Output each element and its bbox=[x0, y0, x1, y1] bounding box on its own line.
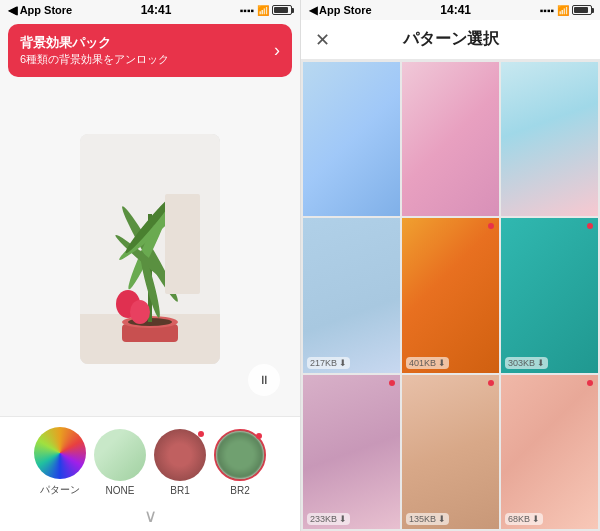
pattern-cell-6[interactable]: 303KB ⬇ bbox=[501, 218, 598, 372]
promo-subtitle: 6種類の背景効果をアンロック bbox=[20, 52, 169, 67]
cell-6-size: 303KB bbox=[508, 358, 535, 368]
left-status-app-store[interactable]: ◀ ◀ App Store bbox=[8, 4, 72, 17]
br2-thumb-circle[interactable] bbox=[214, 429, 266, 481]
close-button[interactable]: ✕ bbox=[315, 31, 330, 49]
download-icon-5: ⬇ bbox=[438, 358, 446, 368]
cell-8-size: 135KB bbox=[409, 514, 436, 524]
right-back-arrow: ◀ bbox=[309, 4, 317, 17]
pattern-thumb-label: パターン bbox=[40, 483, 80, 497]
right-signal-icon: ▪▪▪▪ bbox=[540, 5, 554, 16]
pattern-grid: 217KB ⬇ 401KB ⬇ 303KB ⬇ 233KB bbox=[301, 60, 600, 531]
right-wifi-icon: 📶 bbox=[557, 5, 569, 16]
pattern-cell-5-badge: 401KB ⬇ bbox=[406, 357, 449, 369]
cell-9-size: 68KB bbox=[508, 514, 530, 524]
pattern-cell-8[interactable]: 135KB ⬇ bbox=[402, 375, 499, 529]
chevron-down-icon[interactable]: ∨ bbox=[144, 505, 157, 527]
pattern-cell-9[interactable]: 68KB ⬇ bbox=[501, 375, 598, 529]
promo-arrow-icon[interactable]: › bbox=[274, 40, 280, 61]
bottom-controls: パターン NONE BR1 bbox=[0, 416, 300, 531]
right-panel: ◀ App Store 14:41 ▪▪▪▪ 📶 ✕ パターン選択 bbox=[300, 0, 600, 531]
download-icon-6: ⬇ bbox=[537, 358, 545, 368]
pattern-cell-3[interactable] bbox=[501, 62, 598, 216]
pattern-cell-7-badge: 233KB ⬇ bbox=[307, 513, 350, 525]
pattern-thumb-circle[interactable] bbox=[34, 427, 86, 479]
promo-text-block: 背景効果パック 6種類の背景効果をアンロック bbox=[20, 34, 169, 67]
pattern-thumb-item[interactable]: パターン bbox=[34, 427, 86, 497]
br2-red-dot bbox=[256, 433, 262, 439]
pattern-header: ✕ パターン選択 bbox=[301, 20, 600, 60]
pattern-cell-4[interactable]: 217KB ⬇ bbox=[303, 218, 400, 372]
br2-thumb-label: BR2 bbox=[230, 485, 249, 496]
br1-red-dot bbox=[198, 431, 204, 437]
pause-button[interactable]: ⏸ bbox=[248, 364, 280, 396]
svg-point-14 bbox=[130, 300, 150, 324]
none-thumb-label: NONE bbox=[106, 485, 135, 496]
right-battery-icon bbox=[572, 5, 592, 15]
download-icon-9: ⬇ bbox=[532, 514, 540, 524]
pattern-cell-2[interactable] bbox=[402, 62, 499, 216]
left-status-icons: ▪▪▪▪ 📶 bbox=[240, 5, 292, 16]
right-time: 14:41 bbox=[440, 3, 471, 17]
wifi-icon: 📶 bbox=[257, 5, 269, 16]
right-status-app-store[interactable]: ◀ App Store bbox=[309, 4, 372, 17]
pattern-cell-1[interactable] bbox=[303, 62, 400, 216]
pattern-cell-6-badge: 303KB ⬇ bbox=[505, 357, 548, 369]
cell-4-size: 217KB bbox=[310, 358, 337, 368]
left-app-store-label[interactable]: ◀ App Store bbox=[9, 4, 72, 17]
left-panel: ◀ ◀ App Store 14:41 ▪▪▪▪ 📶 背景効果パック 6種類の背… bbox=[0, 0, 300, 531]
download-icon-8: ⬇ bbox=[438, 514, 446, 524]
thumbnail-row: パターン NONE BR1 bbox=[22, 427, 278, 497]
svg-rect-15 bbox=[165, 194, 200, 294]
pattern-cell-8-badge: 135KB ⬇ bbox=[406, 513, 449, 525]
signal-bars-icon: ▪▪▪▪ bbox=[240, 5, 254, 16]
cell-7-size: 233KB bbox=[310, 514, 337, 524]
main-image-area: ⏸ bbox=[0, 81, 300, 416]
none-thumb-item[interactable]: NONE bbox=[94, 429, 146, 496]
br2-thumb-item[interactable]: BR2 bbox=[214, 429, 266, 496]
pattern-cell-7[interactable]: 233KB ⬇ bbox=[303, 375, 400, 529]
right-status-icons: ▪▪▪▪ 📶 bbox=[540, 5, 592, 16]
none-thumb-circle[interactable] bbox=[94, 429, 146, 481]
br1-thumb-label: BR1 bbox=[170, 485, 189, 496]
right-status-bar: ◀ App Store 14:41 ▪▪▪▪ 📶 bbox=[301, 0, 600, 20]
pattern-cell-4-badge: 217KB ⬇ bbox=[307, 357, 350, 369]
br1-thumb-item[interactable]: BR1 bbox=[154, 429, 206, 496]
left-status-bar: ◀ ◀ App Store 14:41 ▪▪▪▪ 📶 bbox=[0, 0, 300, 20]
cell-7-red-dot bbox=[389, 380, 395, 386]
right-app-store-label[interactable]: App Store bbox=[319, 4, 372, 16]
battery-icon bbox=[272, 5, 292, 15]
br1-thumb-circle[interactable] bbox=[154, 429, 206, 481]
promo-banner[interactable]: 背景効果パック 6種類の背景効果をアンロック › bbox=[8, 24, 292, 77]
plant-image bbox=[80, 134, 220, 364]
pattern-cell-5[interactable]: 401KB ⬇ bbox=[402, 218, 499, 372]
pattern-cell-9-badge: 68KB ⬇ bbox=[505, 513, 543, 525]
cell-5-size: 401KB bbox=[409, 358, 436, 368]
promo-title: 背景効果パック bbox=[20, 34, 169, 52]
plant-illustration bbox=[80, 134, 220, 364]
pause-icon: ⏸ bbox=[258, 373, 270, 387]
cell-8-red-dot bbox=[488, 380, 494, 386]
cell-9-red-dot bbox=[587, 380, 593, 386]
download-icon-7: ⬇ bbox=[339, 514, 347, 524]
pattern-title: パターン選択 bbox=[403, 29, 499, 50]
download-icon-4: ⬇ bbox=[339, 358, 347, 368]
left-time: 14:41 bbox=[141, 3, 172, 17]
